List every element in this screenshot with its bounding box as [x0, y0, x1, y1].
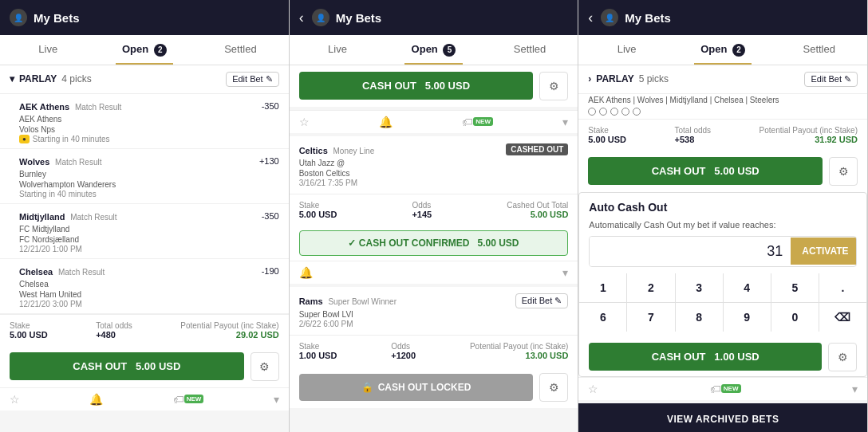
header-title-1: My Bets [34, 11, 80, 25]
promo-icon-1[interactable]: 🏷 [173, 393, 184, 406]
view-archived-label: VIEW ARCHIVED BETS [667, 414, 779, 425]
panel-2: ‹ 👤 My Bets Live Open 5 Settled CASH OUT… [290, 0, 579, 432]
live-badge: ● [19, 135, 30, 143]
parlay-title-1: ▾ PARLAY 4 picks [10, 73, 92, 84]
odds-value-1: +480 [96, 330, 132, 340]
auto-cashout-title: Auto Cash Out [579, 193, 866, 217]
circle-2 [599, 108, 607, 116]
cashout-1usd-row: CASH OUT 1.00 USD ⚙ [579, 338, 866, 376]
numpad-5[interactable]: 5 [771, 273, 819, 302]
celtics-stakes: Stake 5.00 USD Odds +145 Cashed Out Tota… [290, 194, 578, 226]
cashout-button-3[interactable]: CASH OUT 5.00 USD [588, 157, 823, 185]
actions-row-3: ☆ 🏷 NEW ▾ [578, 377, 867, 400]
top-cashout-button[interactable]: CASH OUT 5.00 USD [299, 72, 534, 100]
star-icon-2[interactable]: ☆ [299, 116, 310, 128]
numpad-0[interactable]: 0 [771, 303, 819, 332]
tab-settled-2[interactable]: Settled [482, 35, 578, 65]
cashed-out-badge: CASHED OUT [506, 143, 568, 155]
edit-bet-button-1[interactable]: Edit Bet ✎ [226, 72, 279, 87]
celtics-actions: 🔔 ▾ [290, 261, 578, 284]
circle-5 [633, 108, 641, 116]
locked-cashout-button: 🔒 CASH OUT LOCKED [299, 374, 534, 401]
content-1: ▾ PARLAY 4 picks Edit Bet ✎ AEK Athens M… [0, 65, 289, 432]
cashout-button-1[interactable]: CASH OUT 5.00 USD [10, 352, 244, 380]
cashout-confirmed: ✓ CASH OUT CONFIRMED 5.00 USD [299, 230, 569, 256]
back-button-2[interactable]: ‹ [299, 10, 304, 26]
match-row-wolves: Wolves Match Result +130 Burnley Wolverh… [0, 149, 289, 204]
numpad-dot[interactable]: . [819, 273, 866, 302]
tab-live-1[interactable]: Live [0, 35, 97, 65]
top-gear-button[interactable]: ⚙ [539, 72, 568, 100]
parlay-card-1: ▾ PARLAY 4 picks Edit Bet ✎ AEK Athens M… [0, 65, 289, 410]
user-icon-2: 👤 [312, 9, 329, 26]
edit-bet-button-3[interactable]: Edit Bet ✎ [804, 72, 858, 87]
panel-1: 👤 My Bets Live Open 2 Settled ▾ PARLAY 4… [0, 0, 290, 432]
cashout-row-3: CASH OUT 5.00 USD ⚙ [578, 151, 867, 192]
chevron-right-icon: › [588, 73, 591, 84]
content-2: CASH OUT 5.00 USD ⚙ ☆ 🔔 🏷 NEW ▾ Celtics … [290, 65, 578, 432]
back-button-3[interactable]: ‹ [588, 10, 593, 26]
bell-icon-2[interactable]: 🔔 [379, 116, 393, 128]
match-row-midtjylland: Midtjylland Match Result -350 FC Midtjyl… [0, 204, 289, 259]
parlay-header-1: ▾ PARLAY 4 picks Edit Bet ✎ [0, 65, 289, 94]
tab-live-2[interactable]: Live [290, 35, 386, 65]
user-icon: 👤 [10, 9, 27, 26]
celtics-card: Celtics Money Line CASHED OUT Utah Jazz … [290, 136, 578, 284]
parlay-card-3: › PARLAY 5 picks Edit Bet ✎ AEK Athens |… [578, 65, 867, 400]
tab-open-3[interactable]: Open 2 [675, 35, 771, 65]
numpad-8[interactable]: 8 [676, 303, 723, 332]
gear-button-4[interactable]: ⚙ [828, 343, 857, 371]
star-icon-3[interactable]: ☆ [588, 383, 598, 395]
header-3: ‹ 👤 My Bets [578, 0, 867, 35]
auto-cashout-desc: Automatically Cash Out my bet if value r… [579, 217, 866, 236]
rams-gear-button[interactable]: ⚙ [539, 373, 568, 402]
gear-button-1[interactable]: ⚙ [251, 352, 279, 381]
numpad-backspace[interactable]: ⌫ [819, 303, 866, 332]
promo-icon-3[interactable]: 🏷 [710, 383, 721, 395]
edit-bet-button-2[interactable]: Edit Bet ✎ [515, 293, 569, 308]
open-badge-3: 2 [732, 44, 745, 57]
rams-cashout-row: 🔒 CASH OUT LOCKED ⚙ [290, 367, 578, 408]
panel-3: ‹ 👤 My Bets Live Open 2 Settled › PARLAY… [578, 0, 868, 432]
promo-icon-2[interactable]: 🏷 [462, 116, 473, 128]
view-archived-bar[interactable]: VIEW ARCHIVED BETS [578, 403, 867, 432]
star-icon-1[interactable]: ☆ [10, 393, 20, 406]
tabs-3: Live Open 2 Settled [578, 35, 867, 65]
new-badge-3: NEW [721, 384, 741, 393]
lock-icon: 🔒 [361, 382, 373, 393]
expand-icon-1[interactable]: ▾ [274, 393, 279, 406]
match-row-aek: AEK Athens Match Result -350 AEK Athens … [0, 94, 289, 149]
numpad-2[interactable]: 2 [627, 273, 674, 302]
numpad-7[interactable]: 7 [627, 303, 674, 332]
bell-icon-3[interactable]: 🔔 [299, 266, 313, 279]
circle-3 [610, 108, 618, 116]
tab-settled-1[interactable]: Settled [192, 35, 289, 65]
cashout-1usd-button[interactable]: CASH OUT 1.00 USD [589, 343, 822, 371]
top-actions-row: ☆ 🔔 🏷 NEW ▾ [290, 110, 578, 133]
auto-cashout-panel: Auto Cash Out Automatically Cash Out my … [578, 192, 867, 377]
pencil-icon-1: ✎ [266, 74, 273, 84]
picks-circles [588, 108, 858, 116]
numpad-3[interactable]: 3 [676, 273, 723, 302]
activate-button[interactable]: ACTIVATE [791, 238, 857, 265]
numpad-1[interactable]: 1 [579, 273, 626, 302]
numpad-4[interactable]: 4 [724, 273, 771, 302]
expand-icon-2[interactable]: ▾ [562, 116, 568, 128]
expand-icon-4[interactable]: ▾ [852, 383, 858, 395]
pencil-icon-3: ✎ [844, 74, 851, 84]
tab-open-1[interactable]: Open 2 [97, 35, 193, 65]
auto-cashout-input[interactable] [590, 237, 791, 266]
gear-button-3[interactable]: ⚙ [829, 157, 858, 186]
tab-live-3[interactable]: Live [578, 35, 675, 65]
header-2: ‹ 👤 My Bets [290, 0, 578, 35]
tab-settled-3[interactable]: Settled [771, 35, 867, 65]
new-badge-1: NEW [184, 395, 204, 403]
payout-label-1: Potential Payout (inc Stake) [180, 321, 278, 330]
bell-icon-1[interactable]: 🔔 [89, 393, 103, 406]
numpad-9[interactable]: 9 [724, 303, 771, 332]
numpad-6[interactable]: 6 [579, 303, 626, 332]
numpad: 1 2 3 4 5 . 6 7 8 9 0 ⌫ [579, 273, 866, 332]
tabs-2: Live Open 5 Settled [290, 35, 578, 65]
tab-open-2[interactable]: Open 5 [385, 35, 482, 65]
expand-icon-3[interactable]: ▾ [562, 266, 568, 279]
